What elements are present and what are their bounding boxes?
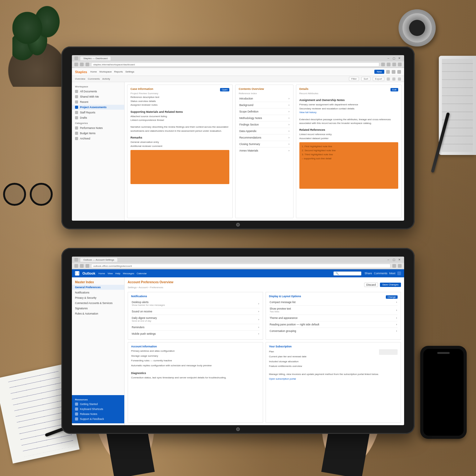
profile-icon[interactable] [392, 63, 396, 66]
tab-overview[interactable]: Overview [75, 77, 85, 80]
setting-row[interactable]: Mobile push settings› [131, 331, 260, 337]
sidebar-item-all[interactable]: All Documents [72, 89, 124, 94]
reload-icon[interactable] [86, 264, 89, 268]
toc-item[interactable]: Recommendations› [239, 134, 290, 141]
side-release[interactable]: Release Notes [72, 412, 124, 416]
open-button[interactable]: Open [220, 88, 229, 91]
panel1-title: Case Information [130, 87, 153, 90]
sidebar-item-perf[interactable]: Performance Notes [72, 126, 124, 130]
share-button[interactable]: Share [364, 272, 372, 275]
sidebar-item-staff[interactable]: Staff Reports [72, 110, 124, 115]
browser-tab-2[interactable]: Outlook — Account Settings [80, 258, 118, 262]
change-button[interactable]: Change [386, 295, 398, 299]
setting-row[interactable]: Reminders› [131, 324, 260, 331]
setting-row[interactable]: Show preview textTwo lines› [269, 306, 398, 315]
maximize-icon[interactable]: ▢ [392, 258, 396, 262]
setting-row[interactable]: Daily digest summarySend at end of day› [131, 315, 260, 324]
nav-home-2[interactable]: Home [99, 272, 105, 275]
grid-view-icon[interactable] [387, 77, 390, 81]
tab-activity[interactable]: Activity [102, 77, 110, 80]
browser-tab[interactable]: Staples — Dashboard [80, 56, 111, 60]
avatar-icon[interactable] [397, 271, 401, 275]
side-rules[interactable]: Rules & Automation [72, 311, 124, 316]
toc-item[interactable]: Findings Section› [239, 121, 290, 128]
sidebar-item-budget[interactable]: Budget Items [72, 131, 124, 136]
back-icon[interactable] [74, 63, 78, 66]
toc-item[interactable]: Data Appendix› [239, 128, 290, 134]
home-button-icon[interactable] [236, 427, 240, 431]
toc-item[interactable]: Introduction› [239, 95, 290, 102]
forward-icon[interactable] [80, 63, 84, 66]
history-link[interactable]: View full history [299, 111, 398, 114]
sidebar-item-recent[interactable]: Recent [72, 99, 124, 104]
app-launcher-icon[interactable]: ⋮⋮ [75, 271, 79, 275]
back-icon[interactable] [74, 264, 78, 268]
nav-settings[interactable]: Settings [125, 70, 134, 73]
nav-help[interactable]: Help [115, 272, 120, 275]
filter-button[interactable]: Filter [349, 77, 359, 81]
setting-row[interactable]: Desktop alertsShow banner for new messag… [131, 299, 260, 308]
nav-home[interactable]: Home [90, 70, 97, 73]
list-view-icon[interactable] [392, 77, 395, 81]
toc-item[interactable]: Background› [239, 102, 290, 108]
toc-item[interactable]: Scope Definition› [239, 108, 290, 115]
export-button[interactable]: Export [373, 77, 384, 81]
close-icon[interactable]: ✕ [397, 258, 402, 262]
home-button-icon[interactable] [236, 223, 240, 227]
save-button[interactable]: Save Changes [380, 283, 401, 287]
tab-comments[interactable]: Comments [88, 77, 100, 80]
nav-messages[interactable]: Messages [123, 272, 134, 275]
avatar-icon[interactable] [397, 70, 401, 74]
toc-item[interactable]: Methodology Notes› [239, 115, 290, 121]
brand-logo[interactable]: Staples [75, 70, 87, 74]
side-shortcuts[interactable]: Keyboard Shortcuts [72, 407, 124, 412]
meet-button[interactable]: Meet [389, 272, 395, 275]
more-icon[interactable] [398, 77, 401, 81]
sort-button[interactable]: Sort [361, 77, 370, 81]
sidebar-item-shared[interactable]: Shared With Me [72, 94, 124, 99]
minimize-icon[interactable]: – [386, 56, 390, 60]
discard-button[interactable]: Discard [364, 283, 378, 287]
edit-button[interactable]: Edit [390, 88, 398, 91]
close-icon[interactable]: ✕ [397, 56, 402, 60]
menu-icon[interactable] [398, 264, 402, 268]
menu-icon[interactable] [398, 63, 402, 66]
setting-row[interactable]: Conversation grouping› [269, 328, 398, 334]
toc-item[interactable]: Closing Summary› [239, 141, 290, 148]
side-general[interactable]: General Preferences [72, 285, 124, 290]
bookmark-icon[interactable] [381, 63, 385, 66]
nav-calendar[interactable]: Calendar [137, 272, 147, 275]
setting-row[interactable]: Reading pane position — right side defau… [269, 321, 398, 328]
sidebar-item-archived[interactable]: Archived [72, 136, 124, 141]
comments-button[interactable]: Comments [374, 272, 387, 275]
setting-row[interactable]: Compact message list› [269, 299, 398, 306]
nav-reports[interactable]: Reports [114, 70, 123, 73]
maximize-icon[interactable]: ▢ [392, 56, 396, 60]
side-connected[interactable]: Connected Accounts & Services [72, 301, 124, 306]
sidebar-item-projects[interactable]: Project Assessments [72, 105, 124, 110]
side-signatures[interactable]: Signatures [72, 306, 124, 311]
brand-logo-2[interactable]: Outlook [82, 271, 95, 275]
address-bar-2[interactable]: outlook.office.com/settings/account [91, 264, 390, 268]
setting-row[interactable]: Theme and appearance› [269, 315, 398, 321]
extensions-icon[interactable] [387, 63, 390, 66]
new-button[interactable]: New [374, 70, 384, 74]
address-bar[interactable]: staples.internal/workspace/dashboard [91, 62, 379, 67]
search-input[interactable]: 🔍 [333, 271, 361, 275]
nav-view[interactable]: View [108, 272, 113, 275]
forward-icon[interactable] [80, 264, 84, 268]
side-privacy[interactable]: Privacy & Security [72, 295, 124, 300]
bookmark-icon[interactable] [392, 264, 396, 268]
subscription-link[interactable]: Open subscription portal [269, 377, 398, 381]
sidebar-item-drafts[interactable]: Drafts [72, 115, 124, 120]
help-icon[interactable] [392, 70, 395, 74]
minimize-icon[interactable]: – [386, 258, 390, 262]
side-support[interactable]: Support & Feedback [72, 416, 124, 421]
side-getting-started[interactable]: Getting Started [72, 402, 124, 407]
nav-workspace[interactable]: Workspace [99, 70, 112, 73]
notifications-icon[interactable] [386, 70, 390, 74]
setting-row[interactable]: Sound on receive› [131, 308, 260, 315]
side-notifications[interactable]: Notifications [72, 290, 124, 295]
toc-item[interactable]: Annex Materials› [239, 148, 290, 154]
reload-icon[interactable] [86, 63, 89, 66]
